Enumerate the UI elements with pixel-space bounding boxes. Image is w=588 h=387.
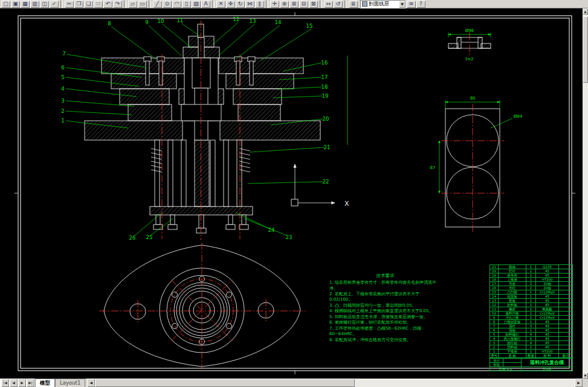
balloon-label: 10 [158, 18, 164, 24]
tab-nav-prev[interactable]: ◀ [10, 379, 18, 387]
undo-icon[interactable]: ↶ [103, 1, 112, 8]
tab-nav-next[interactable]: ▶ [18, 379, 26, 387]
balloon-label: 24 [268, 227, 275, 233]
toolbar-separator [212, 1, 215, 8]
zoom-window-icon[interactable]: ⊞ [289, 1, 299, 8]
table-row: 7顶杆345 [490, 324, 573, 328]
tab-model[interactable]: 模型 [35, 379, 55, 387]
xref-icon[interactable]: ▭ [138, 1, 147, 8]
horizontal-scrollbar[interactable]: ◀ ▶ [87, 379, 583, 387]
balloon-label: 5 [61, 74, 64, 80]
parts-list: 21模柄1Q23520打杆14519推件块14518上模座1HT20017导套2… [489, 264, 573, 358]
offset-icon[interactable]: ∥ [255, 1, 264, 8]
toolbar-separator [266, 1, 268, 8]
plot-icon[interactable]: ▥ [30, 1, 39, 8]
table-row: 16导柱220钢 [490, 286, 573, 290]
hatch-tool-icon[interactable]: ▨ [192, 1, 201, 8]
table-cell: 4 [490, 337, 499, 341]
table-row: 8凸模固定板145 [490, 320, 573, 324]
tab-layout1[interactable]: Layout1 [55, 379, 85, 387]
layers-icon[interactable]: ≣ [349, 1, 358, 8]
circle-tool-icon[interactable]: ⊙ [163, 1, 172, 8]
save-icon[interactable]: ▦ [21, 1, 30, 8]
balloon-label: 11 [177, 18, 184, 24]
tab-nav-first[interactable]: |◀ [1, 379, 9, 387]
properties-icon[interactable]: ≡ [407, 1, 416, 8]
pan-icon[interactable]: ✛ [270, 1, 279, 8]
horizontal-scroll-thumb[interactable] [95, 379, 355, 387]
copy-icon[interactable]: ❐ [74, 1, 83, 8]
table-cell: 13 [490, 299, 499, 303]
balloon-label: 14 [275, 19, 282, 25]
table-cell: 45 [536, 269, 559, 273]
table-cell: 3 [526, 324, 536, 328]
balloon-label: 23 [286, 234, 292, 240]
bom-table: 21模柄1Q23520打杆14519推件块14518上模座1HT20017导套2… [489, 264, 572, 371]
help-icon[interactable]: ? [416, 1, 425, 8]
insert-block-icon[interactable]: ▱ [128, 1, 137, 8]
zoom-realtime-icon[interactable]: ⊕ [280, 1, 289, 8]
list-line: 6. 紧固螺钉应拧紧，销钉装配后不得松动。 [329, 320, 441, 325]
table-cell [559, 345, 573, 350]
table-cell: 1 [526, 328, 536, 333]
vertical-scrollbar[interactable]: ▲ ▼ [583, 8, 588, 379]
line-tool-icon[interactable]: ╱ [153, 1, 162, 8]
table-cell: 5 [490, 333, 499, 337]
table-cell [559, 312, 573, 316]
rectangle-tool-icon[interactable]: ▯ [182, 1, 191, 8]
redo-icon[interactable]: ↷ [113, 1, 122, 8]
bottom-plan-view [99, 243, 306, 369]
scroll-down-arrow[interactable]: ▼ [583, 373, 588, 379]
table-cell: 45 [536, 320, 559, 324]
table-cell: 45 [536, 324, 559, 328]
rotate-icon[interactable]: ↻ [236, 1, 245, 8]
tab-nav-last[interactable]: ▶| [27, 379, 34, 387]
table-cell: 21 [490, 265, 499, 269]
match-properties-icon[interactable]: ∷ [94, 1, 103, 8]
balloon-label: 3 [61, 98, 64, 104]
horizontal-scroll-track[interactable] [355, 379, 575, 387]
list-line: 8. 装配后试冲，冲件合格后方可交付使用。 [329, 337, 441, 343]
arc-tool-icon[interactable]: ◠ [172, 1, 181, 8]
new-file-icon[interactable]: ▢ [1, 1, 10, 8]
distance-icon[interactable]: ↔ [324, 1, 333, 8]
vertical-scroll-track[interactable] [583, 14, 588, 373]
zoom-extents-icon[interactable]: ⊠ [309, 1, 318, 8]
erase-icon[interactable]: ✕ [216, 1, 225, 8]
table-cell: 45 [536, 299, 559, 303]
table-row: 18上模座1HT200 [490, 278, 573, 282]
mirror-icon[interactable]: ⋈ [245, 1, 254, 8]
bom-col-no: 序号 [490, 354, 499, 358]
text-tool-icon[interactable]: A [201, 1, 210, 8]
table-cell: 1 [526, 269, 536, 273]
layer-combo[interactable]: 剖面线层 ▼ [360, 0, 406, 8]
zoom-previous-icon[interactable]: ⊟ [299, 1, 308, 8]
balloon-label: 20 [323, 116, 329, 122]
table-cell: 下模座 [499, 350, 526, 354]
table-cell [559, 273, 573, 278]
paste-icon[interactable]: ❏ [84, 1, 93, 8]
scroll-right-arrow[interactable]: ▶ [575, 379, 583, 387]
table-cell [559, 282, 573, 286]
table-cell: 聚氨酯 [536, 307, 559, 312]
table-cell: 1 [526, 265, 536, 269]
chevron-down-icon[interactable]: ▼ [399, 1, 405, 8]
cut-icon[interactable]: ✂ [65, 1, 74, 8]
table-cell: 推件块 [499, 273, 526, 278]
redraw-icon[interactable]: ↺ [334, 1, 343, 8]
drawing-canvas[interactable]: 1 2 3 4 5 6 7 8 9 10 11 12 13 14 15 16 1… [0, 8, 583, 379]
table-row: 1下模座1HT200 [490, 350, 573, 354]
table-cell: 圆柱销 [499, 341, 526, 345]
title-block-scale: 比例 1:1 [490, 367, 522, 371]
table-cell [559, 278, 573, 282]
spell-check-icon[interactable]: ✓ [50, 1, 59, 8]
table-cell: 19 [490, 273, 499, 278]
toolbar-separator [60, 1, 63, 8]
table-cell: 9 [490, 316, 499, 320]
scroll-up-arrow[interactable]: ▲ [583, 8, 588, 14]
scroll-left-arrow[interactable]: ◀ [87, 379, 95, 387]
move-icon[interactable]: ✜ [226, 1, 235, 8]
open-file-icon[interactable]: ▣ [11, 1, 20, 8]
vertical-scroll-thumb[interactable] [583, 16, 588, 83]
plot-preview-icon[interactable]: ◫ [40, 1, 49, 8]
